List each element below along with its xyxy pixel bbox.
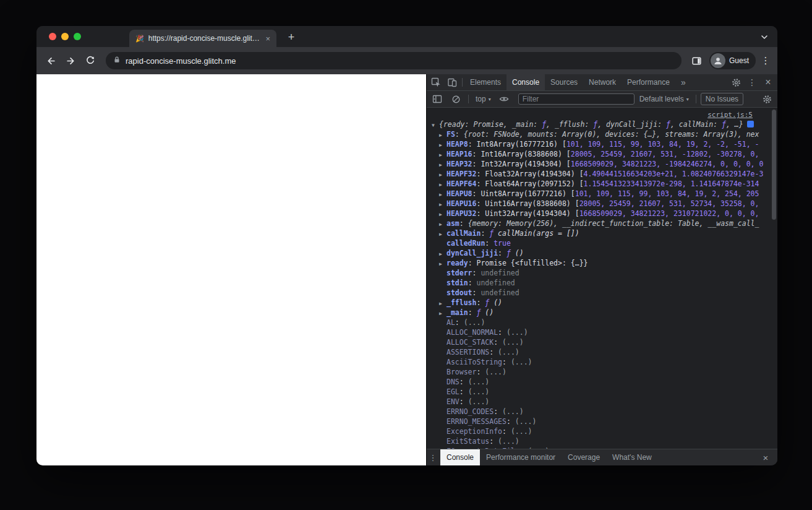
eye-icon[interactable] xyxy=(496,91,512,107)
evaluated-value-badge-icon xyxy=(747,121,754,127)
browser-tab[interactable]: 🎉 https://rapid-concise-muscle.glitch.me… xyxy=(129,30,276,47)
console-row[interactable]: ▶_fflush: ƒ () xyxy=(427,298,777,308)
drawer-close-icon[interactable]: × xyxy=(758,449,774,465)
console-filter-input[interactable] xyxy=(518,93,635,105)
devtools-settings-gear-icon[interactable] xyxy=(728,74,744,90)
console-row[interactable]: ▶asm: {memory: Memory(256), __indirect_f… xyxy=(427,218,777,228)
clear-console-icon[interactable] xyxy=(448,91,464,107)
log-levels-selector[interactable]: Default levels ▾ xyxy=(637,95,691,103)
drawer-tab-what-s-new[interactable]: What's New xyxy=(606,449,658,465)
expand-arrow-icon[interactable]: ▶ xyxy=(439,309,447,318)
console-row[interactable]: ▶HEAP32: Int32Array(4194304) [1668509029… xyxy=(427,159,777,169)
collapse-arrow-icon[interactable]: ▼ xyxy=(432,121,439,129)
console-row[interactable]: ▶callMain: ƒ callMain(args = []) xyxy=(427,228,777,238)
console-text: : Uint8Array(16777216) [ xyxy=(472,189,575,198)
console-row[interactable]: ▶HEAPU8: Uint8Array(16777216) [101, 109,… xyxy=(427,189,777,199)
reload-icon[interactable] xyxy=(81,51,100,70)
console-text: : Int32Array(4194304) [ xyxy=(472,160,571,168)
invoke-getter[interactable]: (...) xyxy=(498,348,519,357)
invoke-getter[interactable]: (...) xyxy=(502,338,524,347)
console-row[interactable]: ▶HEAP16: Int16Array(8388608) [28005, 254… xyxy=(427,149,777,159)
invoke-getter[interactable]: (...) xyxy=(468,397,490,406)
drawer-menu-icon[interactable]: ⋮ xyxy=(428,453,438,462)
expand-arrow-icon[interactable]: ▶ xyxy=(439,249,447,258)
devtools-tab-sources[interactable]: Sources xyxy=(545,74,583,90)
console-text: 101, 109, 115, 99, 103, 84, 19, 2, -2, -… xyxy=(566,140,759,149)
console-sidebar-icon[interactable] xyxy=(429,91,445,107)
invoke-getter[interactable]: (...) xyxy=(515,417,537,426)
invoke-getter[interactable]: (...) xyxy=(468,387,490,396)
expand-arrow-icon[interactable]: ▶ xyxy=(439,220,447,228)
console-text: : xyxy=(476,368,485,376)
drawer-tab-performance-monitor[interactable]: Performance monitor xyxy=(480,449,562,465)
expand-arrow-icon[interactable]: ▶ xyxy=(439,230,447,238)
inspect-element-icon[interactable] xyxy=(428,74,444,90)
console-settings-gear-icon[interactable] xyxy=(759,91,775,107)
expand-arrow-icon[interactable]: ▶ xyxy=(439,140,447,149)
invoke-getter[interactable]: (...) xyxy=(511,358,532,366)
back-icon[interactable] xyxy=(41,51,60,70)
invoke-getter[interactable]: (...) xyxy=(485,368,506,376)
expand-arrow-icon[interactable]: ▶ xyxy=(439,259,447,268)
expand-arrow-icon[interactable]: ▶ xyxy=(439,190,447,199)
devtools-menu-icon[interactable]: ⋮ xyxy=(744,74,760,90)
tab-close-icon[interactable]: × xyxy=(264,34,271,43)
console-row[interactable]: ▶HEAPF64: Float64Array(2097152) [1.15454… xyxy=(427,179,777,189)
minimize-window-button[interactable] xyxy=(61,33,69,40)
console-rows: ▼{ready: Promise, _main: ƒ, _fflush: ƒ, … xyxy=(427,119,777,449)
console-row[interactable]: ▶HEAPF32: Float32Array(4194304) [4.49044… xyxy=(427,169,777,179)
lock-icon[interactable] xyxy=(113,55,121,66)
console-row[interactable]: ▶dynCall_jiji: ƒ () xyxy=(427,248,777,258)
browser-menu-icon[interactable]: ⋮ xyxy=(759,55,772,66)
expand-arrow-icon[interactable]: ▶ xyxy=(439,299,447,308)
source-link[interactable]: script.js:5 xyxy=(707,111,753,119)
expand-arrow-icon[interactable]: ▶ xyxy=(439,210,447,218)
console-text: undefined xyxy=(481,288,519,297)
console-row[interactable]: ▶HEAPU32: Uint32Array(4194304) [16685090… xyxy=(427,209,777,218)
expand-arrow-icon[interactable]: ▶ xyxy=(439,150,447,159)
console-row: DNS: (...) xyxy=(427,377,777,387)
expand-arrow-icon[interactable]: ▶ xyxy=(439,180,447,189)
context-selector[interactable]: top ▾ xyxy=(473,95,494,103)
console-row: stdin: undefined xyxy=(427,278,777,288)
device-toolbar-icon[interactable] xyxy=(444,74,460,90)
invoke-getter[interactable]: (...) xyxy=(502,407,524,416)
devtools-tab-console[interactable]: Console xyxy=(506,74,545,90)
console-row[interactable]: ▼{ready: Promise, _main: ƒ, _fflush: ƒ, … xyxy=(427,119,777,129)
drawer-tab-console[interactable]: Console xyxy=(440,449,480,465)
devtools-close-icon[interactable]: × xyxy=(760,74,776,90)
issues-counter[interactable]: No Issues xyxy=(701,93,743,105)
expand-arrow-icon[interactable]: ▶ xyxy=(439,200,447,209)
devtools-tab-network[interactable]: Network xyxy=(583,74,622,90)
console-row[interactable]: ▶FS: {root: FSNode, mounts: Array(0), de… xyxy=(427,129,777,139)
address-bar[interactable]: rapid-concise-muscle.glitch.me xyxy=(106,52,682,69)
invoke-getter[interactable]: (...) xyxy=(498,437,519,446)
console-row[interactable]: ▶HEAPU16: Uint16Array(8388608) [28005, 2… xyxy=(427,199,777,209)
drawer-tab-coverage[interactable]: Coverage xyxy=(562,449,606,465)
forward-icon[interactable] xyxy=(61,51,80,70)
new-tab-button[interactable]: + xyxy=(284,30,299,45)
expand-arrow-icon[interactable]: ▶ xyxy=(439,131,447,139)
side-panel-icon[interactable] xyxy=(688,51,706,70)
console-text: {ready: Promise, _main: xyxy=(439,120,542,129)
devtools-tab-performance[interactable]: Performance xyxy=(622,74,675,90)
invoke-getter[interactable]: (...) xyxy=(506,328,528,337)
scrollbar-thumb[interactable] xyxy=(772,110,776,220)
invoke-getter[interactable]: (...) xyxy=(464,318,485,327)
divider xyxy=(462,78,463,87)
expand-arrow-icon[interactable]: ▶ xyxy=(439,160,447,169)
more-tabs-icon[interactable]: » xyxy=(675,74,691,90)
devtools-tab-elements[interactable]: Elements xyxy=(464,74,506,90)
tab-strip-chevron-icon[interactable] xyxy=(759,32,770,43)
console-text: ready xyxy=(447,259,468,267)
fullscreen-window-button[interactable] xyxy=(74,33,81,40)
profile-button[interactable]: Guest xyxy=(709,52,756,69)
invoke-getter[interactable]: (...) xyxy=(511,427,532,436)
invoke-getter[interactable]: (...) xyxy=(468,378,490,386)
expand-arrow-icon[interactable]: ▶ xyxy=(439,170,447,179)
console-row[interactable]: ▶_main: ƒ () xyxy=(427,308,777,318)
invoke-getter[interactable]: (...) xyxy=(528,447,550,449)
console-row[interactable]: ▶HEAP8: Int8Array(16777216) [101, 109, 1… xyxy=(427,139,777,149)
console-row[interactable]: ▶ready: Promise {<fulfilled>: {…}} xyxy=(427,258,777,268)
close-window-button[interactable] xyxy=(49,33,56,40)
